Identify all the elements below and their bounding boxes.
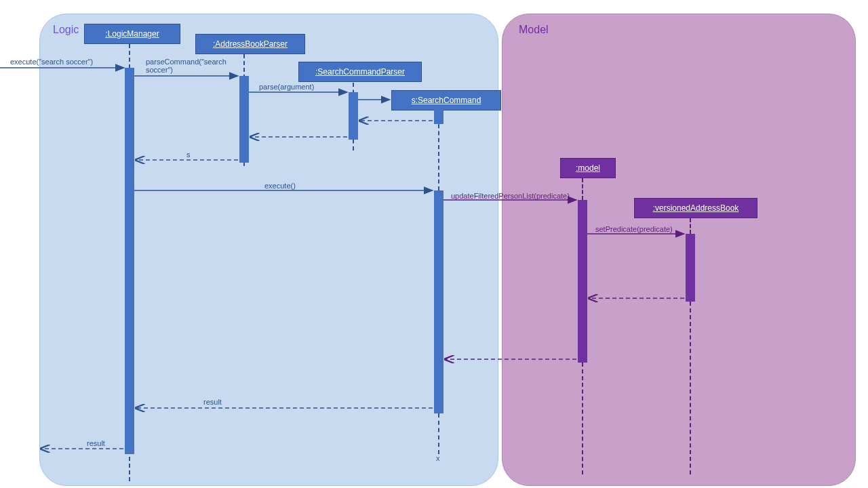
- msg-parse-argument: parse(argument): [259, 83, 314, 91]
- msg-result-2: result: [87, 439, 105, 447]
- model-lifeline-bottom: [582, 363, 583, 474]
- search-command-lifeline-bottom: [438, 413, 439, 454]
- msg-set-predicate: setPredicate(predicate): [595, 225, 673, 233]
- vab-lifeline-top: [690, 218, 691, 234]
- versioned-address-book-head: :versionedAddressBook: [634, 198, 757, 218]
- model-activation: [578, 200, 587, 363]
- model-frame-label: Model: [519, 24, 549, 36]
- model-lifeline-top: [582, 178, 583, 200]
- model-head: :model: [560, 158, 616, 178]
- search-command-head: s:SearchCommand: [391, 90, 501, 110]
- search-command-parser-head: :SearchCommandParser: [298, 62, 422, 82]
- address-book-parser-head: :AddressBookParser: [195, 34, 305, 54]
- logic-manager-head: :LogicManager: [84, 24, 180, 44]
- model-frame: [502, 14, 856, 486]
- vab-activation: [686, 234, 695, 302]
- msg-s-return: s: [186, 150, 191, 159]
- search-command-activation-1: [434, 105, 443, 124]
- search-command-activation-2: [434, 190, 443, 413]
- msg-update-filtered: updateFilteredPersonList(predicate): [451, 192, 570, 200]
- msg-execute: execute(): [264, 182, 296, 190]
- msg-parse-command: parseCommand("search soccer"): [146, 58, 234, 74]
- address-book-parser-activation: [239, 76, 249, 163]
- search-command-parser-activation: [349, 92, 358, 140]
- vab-lifeline-bottom: [690, 302, 691, 474]
- msg-destroy: x: [436, 454, 440, 462]
- msg-result-1: result: [203, 398, 222, 406]
- logic-frame-label: Logic: [53, 24, 79, 36]
- msg-execute-search: execute("search soccer"): [10, 58, 93, 66]
- logic-manager-activation: [125, 68, 134, 454]
